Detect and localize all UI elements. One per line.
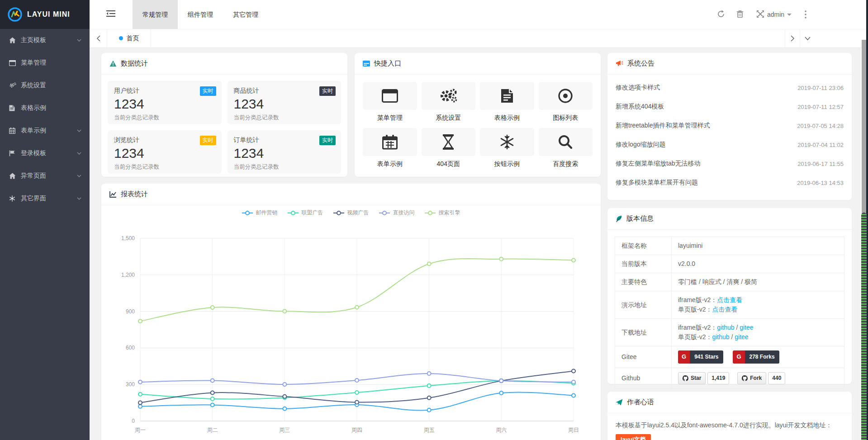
stats-card-header: 数据统计 [101, 53, 347, 75]
chevron-down-icon [77, 197, 81, 200]
chevron-down-icon [77, 129, 81, 132]
version-table: 框架名称 layuimini 当前版本 v2.0.0 主要特色 零门槛 / 响应… [615, 237, 844, 389]
version-download-cell: iframe版-v2：github / gitee 单页版-v2：github … [672, 319, 844, 346]
download-gitee-link[interactable]: gitee [740, 324, 753, 331]
svg-text:1,200: 1,200 [121, 272, 135, 278]
stats-grid: 用户统计 1234 当前分类总记录数 实时 商品统计 1234 当前分类总记录数… [101, 75, 347, 180]
quick-tile-form-demo[interactable]: 表单示例 [363, 128, 417, 168]
trash-icon[interactable] [736, 10, 745, 19]
stat-box-users[interactable]: 用户统计 1234 当前分类总记录数 实时 [108, 81, 222, 124]
github-badges-cell: Star 1,419 Fork 440 [672, 368, 844, 389]
scrollbar-thumb[interactable] [861, 213, 867, 440]
demo-iframe-link[interactable]: 点击查看 [717, 296, 742, 303]
gitee-stars-badge[interactable]: G 941 Stars [678, 350, 723, 364]
svg-text:周三: 周三 [279, 427, 290, 433]
github-fork-button[interactable]: Fork [737, 372, 766, 384]
notice-item[interactable]: 修改选项卡样式 2019-07-11 23:06 [616, 78, 844, 97]
quick-tile-button-demo[interactable]: 按钮示例 [480, 128, 534, 168]
calendar-icon [9, 128, 19, 134]
author-message-body: 本模板基于layui2.5.4以及font-awesome-4.7.0进行实现。… [607, 413, 852, 440]
sidebar-item-table-demo[interactable]: 表格示例 [0, 97, 90, 119]
tab-operations-dropdown[interactable] [800, 29, 815, 47]
quick-tile-baidu-search[interactable]: 百度搜索 [539, 128, 593, 168]
notice-time: 2019-07-11 12:57 [797, 104, 844, 110]
snowflake-icon [480, 128, 534, 156]
sidebar-item-system-settings[interactable]: 系统设置 [0, 74, 90, 97]
download-github-link[interactable]: github [717, 324, 734, 331]
sidebar-item-form-demo[interactable]: 表单示例 [0, 119, 90, 142]
version-row-label: 当前版本 [615, 255, 672, 273]
status-badge: 实时 [200, 86, 216, 96]
page-scrollbar[interactable] [861, 0, 868, 440]
notice-item[interactable]: 修复多模块菜单栏展开有问题 2019-06-13 14:53 [616, 173, 844, 192]
stat-value: 1234 [234, 146, 335, 161]
stat-box-goods[interactable]: 商品统计 1234 当前分类总记录数 实时 [228, 81, 342, 124]
report-chart-svg[interactable]: 03006009001,2001,500周一周二周三周四周五周六周日 [101, 184, 601, 440]
sidebar-item-menu-manage[interactable]: 菜单管理 [0, 52, 90, 74]
stat-desc: 当前分类总记录数 [234, 163, 335, 171]
sidebar-item-login-templates[interactable]: 登录模板 [0, 142, 90, 165]
github-octocat-icon [742, 375, 748, 381]
notice-item[interactable]: 新增系统404模板 2019-07-11 12:57 [616, 97, 844, 116]
notice-time: 2019-06-17 11:55 [797, 161, 844, 167]
gitee-stars-count: 941 Stars [690, 350, 723, 364]
header-tab-general[interactable]: 常规管理 [133, 0, 178, 29]
app-title: LAYUI MINI [27, 10, 70, 19]
stat-box-orders[interactable]: 订单统计 1234 当前分类总记录数 实时 [228, 130, 342, 174]
quick-tile-menu-manage[interactable]: 菜单管理 [363, 82, 417, 122]
version-table-wrap: 框架名称 layuimini 当前版本 v2.0.0 主要特色 零门槛 / 响应… [607, 230, 852, 396]
github-star-widget[interactable]: Star 1,419 [678, 372, 729, 384]
header-tab-other[interactable]: 其它管理 [223, 0, 268, 29]
user-menu[interactable]: admin [767, 10, 792, 19]
app-logo[interactable]: LAYUI MINI [0, 0, 90, 29]
page-tab-bar: 首页 [90, 29, 868, 48]
more-options-icon[interactable] [804, 10, 813, 19]
status-badge: 实时 [319, 136, 336, 145]
sidebar-item-home-templates[interactable]: 主页模板 [0, 29, 90, 52]
github-fork-widget[interactable]: Fork 440 [737, 372, 785, 384]
notice-item[interactable]: 新增treetable插件和菜单管理样式 2019-07-05 14:28 [616, 116, 844, 135]
sidebar-menu: 主页模板 菜单管理 系统设置 表格示例 [0, 29, 90, 210]
download-github-link[interactable]: github [712, 333, 729, 341]
sidebar-item-other-pages[interactable]: 其它界面 [0, 187, 90, 210]
fullscreen-icon[interactable] [756, 10, 765, 19]
version-info-title: 版本信息 [626, 214, 654, 223]
svg-text:1,500: 1,500 [121, 235, 135, 241]
link-separator: / [735, 324, 740, 331]
github-star-button[interactable]: Star [678, 372, 706, 384]
quick-tile-system-settings[interactable]: 系统设置 [422, 82, 476, 122]
gitee-forks-badge[interactable]: G 278 Forks [733, 350, 779, 364]
quick-tile-404-page[interactable]: 404页面 [422, 128, 476, 168]
chevron-down-icon [787, 14, 792, 18]
notice-item[interactable]: 修复左侧菜单缩放tab无法移动 2019-06-17 11:55 [616, 154, 844, 173]
stat-box-views[interactable]: 浏览统计 1234 当前分类总记录数 实时 [108, 130, 222, 174]
svg-text:周二: 周二 [207, 427, 218, 433]
layui-doc-button[interactable]: layui文档 [616, 434, 651, 440]
download-gitee-link[interactable]: gitee [735, 333, 748, 341]
notice-time: 2019-06-13 14:53 [797, 180, 844, 186]
tab-scroll-right-button[interactable] [785, 29, 800, 47]
sidebar-item-error-pages[interactable]: 异常页面 [0, 165, 90, 187]
report-chart-card: 报表统计 邮件营销联盟广告视频广告直接访问搜索引擎 03006009001,20… [101, 184, 601, 440]
tab-scroll-left-button[interactable] [90, 29, 107, 47]
username: admin [767, 10, 784, 19]
notice-text: 修复多模块菜单栏展开有问题 [616, 179, 698, 187]
gitee-badges-cell: G 941 Stars G 278 Forks [672, 346, 844, 368]
calendar-icon [363, 128, 417, 156]
table-row: 主要特色 零门槛 / 响应式 / 清爽 / 极简 [615, 273, 844, 291]
quick-tile-icon-list[interactable]: 图标列表 [539, 82, 593, 122]
table-row: 演示地址 iframe版-v2：点击查看 单页版-v2：点击查看 [615, 291, 844, 319]
notice-item[interactable]: 修改logo缩放问题 2019-07-04 11:02 [616, 135, 844, 154]
refresh-icon[interactable] [717, 10, 726, 19]
tab-home[interactable]: 首页 [107, 29, 151, 47]
quick-entry-grid: 菜单管理 系统设置 表格示例 [355, 75, 601, 175]
quick-tile-table-demo[interactable]: 表格示例 [480, 82, 534, 122]
github-fork-count: 440 [768, 372, 785, 384]
demo-line1-prefix: iframe版-v2： [678, 296, 717, 303]
header-tab-components[interactable]: 组件管理 [178, 0, 223, 29]
table-row: Github Star 1,419 [615, 368, 844, 389]
collapse-menu-icon[interactable] [106, 9, 117, 20]
version-demo-cell: iframe版-v2：点击查看 单页版-v2：点击查看 [672, 291, 844, 319]
author-message-card: 作者心语 本模板基于layui2.5.4以及font-awesome-4.7.0… [607, 392, 852, 440]
demo-spa-link[interactable]: 点击查看 [712, 306, 737, 313]
